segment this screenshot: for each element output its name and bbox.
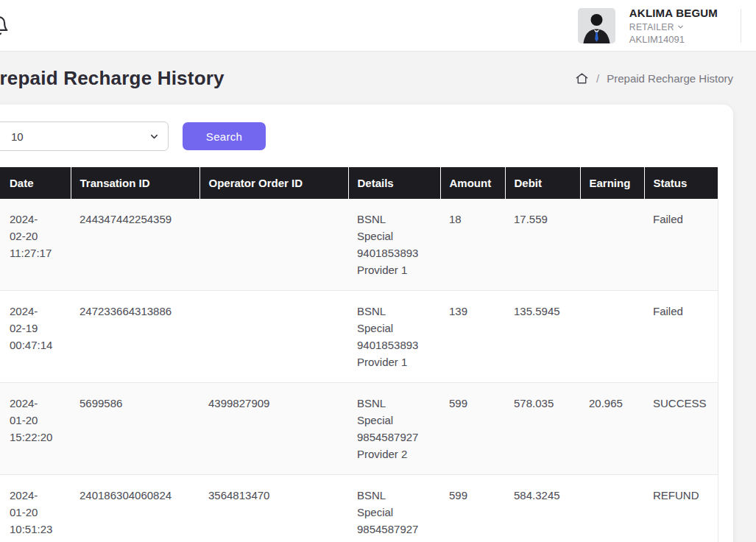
table-row: 2024- 01-20 10:51:23 240186304060824 356… [0, 475, 718, 542]
search-button[interactable]: Search [183, 122, 266, 150]
cell-status: SUCCESS [644, 383, 718, 475]
user-role[interactable]: RETAILER [629, 22, 718, 32]
user-menu[interactable]: AKLIMA BEGUM RETAILER AKLIM14091 [578, 0, 741, 52]
home-icon[interactable] [575, 71, 589, 85]
cell-amount: 599 [440, 475, 505, 542]
topbar: AKLIMA BEGUM RETAILER AKLIM14091 [0, 0, 756, 52]
avatar[interactable] [578, 8, 615, 43]
column-header-status: Status [644, 167, 718, 199]
cell-status: Failed [644, 291, 718, 383]
column-header-transaction-id: Transation ID [71, 167, 199, 199]
table-row: 2024- 02-19 00:47:14 247233664313886 BSN… [0, 291, 718, 383]
user-id: AKLIM14091 [629, 34, 718, 45]
cell-operator-order-id [199, 291, 348, 383]
chevron-down-icon [676, 23, 685, 31]
breadcrumb-current: Prepaid Recharge History [607, 72, 733, 85]
cell-earning [580, 199, 644, 291]
content-card: 10 Search Date Transation ID Operator Or… [0, 105, 733, 542]
column-header-debit: Debit [505, 167, 580, 199]
user-name: AKLIMA BEGUM [629, 7, 718, 20]
table-row: 2024- 02-20 11:27:17 244347442254359 BSN… [0, 199, 718, 291]
recharge-history-table-wrap: Date Transation ID Operator Order ID Det… [0, 167, 733, 542]
cell-earning [580, 475, 644, 542]
table-body: 2024- 02-20 11:27:17 244347442254359 BSN… [0, 199, 718, 542]
cell-debit: 578.035 [505, 383, 580, 475]
cell-operator-order-id: 3564813470 [199, 475, 348, 542]
cell-status: Failed [644, 199, 718, 291]
cell-debit: 17.559 [505, 199, 580, 291]
table-header: Date Transation ID Operator Order ID Det… [0, 167, 718, 199]
title-row: Prepaid Recharge History / Prepaid Recha… [0, 52, 756, 105]
recharge-history-table: Date Transation ID Operator Order ID Det… [0, 167, 718, 542]
column-header-date: Date [0, 167, 71, 199]
breadcrumb: / Prepaid Recharge History [575, 71, 733, 85]
column-header-amount: Amount [440, 167, 505, 199]
cell-details: BSNL Special 9401853893 Provider 1 [348, 199, 440, 291]
cell-details: BSNL Special 9854587927 Provider 2 [348, 383, 440, 475]
cell-details: BSNL Special 9401853893 Provider 1 [348, 291, 440, 383]
page-size-select[interactable]: 10 [0, 122, 169, 151]
table-controls: 10 Search [0, 122, 733, 151]
cell-amount: 599 [440, 383, 505, 475]
cell-transaction-id: 240186304060824 [71, 475, 199, 542]
cell-debit: 135.5945 [505, 291, 580, 383]
cell-operator-order-id [199, 199, 348, 291]
cell-transaction-id: 5699586 [71, 383, 199, 475]
column-header-earning: Earning [580, 167, 644, 199]
cell-date: 2024- 02-19 00:47:14 [0, 291, 71, 383]
cell-transaction-id: 244347442254359 [71, 199, 199, 291]
bell-icon[interactable] [0, 15, 10, 36]
page-title: Prepaid Recharge History [0, 67, 225, 90]
cell-date: 2024- 01-20 10:51:23 [0, 475, 71, 542]
cell-details: BSNL Special 9854587927 Provider 1 [348, 475, 440, 542]
user-info[interactable]: AKLIMA BEGUM RETAILER AKLIM14091 [629, 7, 718, 45]
page: { "topbar": { "user": { "name": "AKLIMA … [0, 0, 756, 542]
table-row: 2024- 01-20 15:22:20 5699586 4399827909 … [0, 383, 718, 475]
cell-date: 2024- 02-20 11:27:17 [0, 199, 71, 291]
breadcrumb-separator: / [596, 72, 599, 85]
cell-earning: 20.965 [580, 383, 644, 475]
cell-amount: 139 [440, 291, 505, 383]
column-header-details: Details [348, 167, 440, 199]
cell-earning [580, 291, 644, 383]
page-size-select-wrap: 10 [0, 122, 169, 151]
column-header-operator-order-id: Operator Order ID [199, 167, 348, 199]
cell-debit: 584.3245 [505, 475, 580, 542]
cell-amount: 18 [440, 199, 505, 291]
cell-transaction-id: 247233664313886 [71, 291, 199, 383]
cell-operator-order-id: 4399827909 [199, 383, 348, 475]
cell-status: REFUND [644, 475, 718, 542]
cell-date: 2024- 01-20 15:22:20 [0, 383, 71, 475]
topbar-divider [741, 9, 741, 43]
